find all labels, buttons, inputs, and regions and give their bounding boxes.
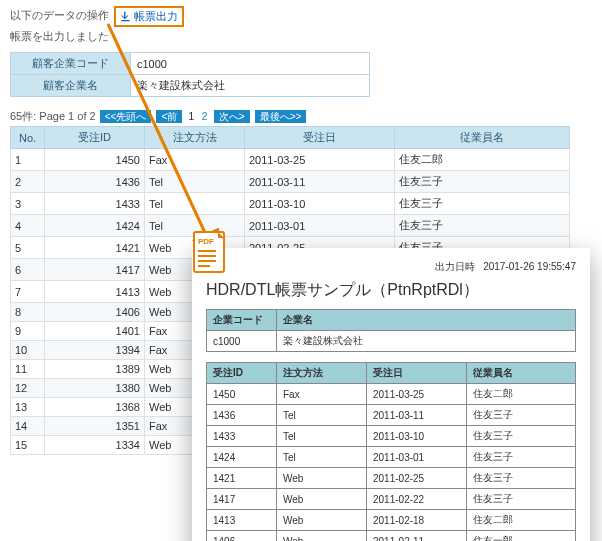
table-row[interactable]: 31433Tel2011-03-10住友三子 (11, 193, 570, 215)
table-row: 1424Tel2011-03-01住友三子 (207, 447, 576, 468)
pager-next[interactable]: 次へ> (214, 110, 250, 123)
pager-last[interactable]: 最後へ>> (255, 110, 307, 123)
cell-no: 7 (11, 281, 45, 303)
pager-first[interactable]: <<先頭へ (100, 110, 152, 123)
col-emp: 従業員名 (395, 127, 570, 149)
cell-id: 1436 (45, 171, 145, 193)
filter-code-label: 顧客企業コード (11, 53, 131, 75)
cell-method: Tel (277, 426, 367, 447)
col-date: 受注日 (245, 127, 395, 149)
cell-emp: 住友三子 (395, 193, 570, 215)
filter-code-value: c1000 (131, 53, 370, 75)
cell-emp: 住友三子 (467, 447, 576, 468)
cell-no: 10 (11, 341, 45, 360)
cell-id: 1424 (207, 447, 277, 468)
cell-id: 1334 (45, 436, 145, 455)
table-row[interactable]: 41424Tel2011-03-01住友三子 (11, 215, 570, 237)
pdf-datetime: 出力日時 2017-01-26 19:55:47 (206, 260, 576, 274)
table-row: 1406Web2011-02-11住友一郎 (207, 531, 576, 542)
pager-page-1[interactable]: 1 (188, 110, 194, 122)
cell-id: 1421 (207, 468, 277, 489)
cell-date: 2011-03-01 (245, 215, 395, 237)
cell-date: 2011-03-10 (245, 193, 395, 215)
cell-id: 1436 (207, 405, 277, 426)
cell-method: Tel (277, 405, 367, 426)
cell-method: Web (277, 468, 367, 489)
cell-method: Web (277, 489, 367, 510)
col-id: 受注ID (45, 127, 145, 149)
filter-name-value: 楽々建設株式会社 (131, 75, 370, 97)
cell-method: Fax (145, 149, 245, 171)
cell-no: 1 (11, 149, 45, 171)
cell-no: 11 (11, 360, 45, 379)
cell-id: 1433 (207, 426, 277, 447)
cell-method: Web (277, 531, 367, 542)
pdf-col-id: 受注ID (207, 363, 277, 384)
cell-date: 2011-02-22 (367, 489, 467, 510)
pdf-dt-label: 出力日時 (435, 261, 475, 272)
cell-id: 1394 (45, 341, 145, 360)
cell-id: 1368 (45, 398, 145, 417)
cell-id: 1424 (45, 215, 145, 237)
svg-text:PDF: PDF (198, 237, 214, 246)
svg-rect-4 (198, 255, 216, 257)
cell-date: 2011-03-11 (245, 171, 395, 193)
pdf-icon: PDF (190, 230, 230, 274)
pdf-col-method: 注文方法 (277, 363, 367, 384)
cell-no: 14 (11, 417, 45, 436)
cell-emp: 住友三子 (467, 405, 576, 426)
cell-id: 1406 (45, 303, 145, 322)
filter-name-label: 顧客企業名 (11, 75, 131, 97)
cell-no: 5 (11, 237, 45, 259)
cell-date: 2011-03-10 (367, 426, 467, 447)
pager-page-2[interactable]: 2 (202, 110, 208, 122)
cell-method: Tel (145, 193, 245, 215)
table-row[interactable]: 21436Tel2011-03-11住友三子 (11, 171, 570, 193)
cell-emp: 住友一郎 (467, 531, 576, 542)
cell-emp: 住友三子 (395, 215, 570, 237)
cell-date: 2011-03-25 (245, 149, 395, 171)
table-row: 1417Web2011-02-22住友三子 (207, 489, 576, 510)
cell-id: 1417 (45, 259, 145, 281)
cell-id: 1433 (45, 193, 145, 215)
pager-count: 65件: Page 1 of 2 (10, 110, 96, 122)
svg-rect-5 (198, 260, 216, 262)
pdf-title: HDR/DTL帳票サンプル（PtnRptRDl） (206, 280, 576, 301)
cell-emp: 住友三子 (467, 489, 576, 510)
cell-no: 12 (11, 379, 45, 398)
cell-emp: 住友二郎 (467, 384, 576, 405)
pdf-dt-value: 2017-01-26 19:55:47 (483, 261, 576, 272)
cell-date: 2011-03-01 (367, 447, 467, 468)
status-message: 帳票を出力しました (10, 29, 592, 44)
download-icon (120, 11, 131, 22)
pdf-col-emp: 従業員名 (467, 363, 576, 384)
cell-no: 2 (11, 171, 45, 193)
cell-no: 6 (11, 259, 45, 281)
cell-id: 1406 (207, 531, 277, 542)
table-row: 1436Tel2011-03-11住友三子 (207, 405, 576, 426)
output-button[interactable]: 帳票出力 (120, 9, 178, 24)
cell-emp: 住友二郎 (395, 149, 570, 171)
table-row: 1433Tel2011-03-10住友三子 (207, 426, 576, 447)
cell-no: 15 (11, 436, 45, 455)
cell-method: Web (277, 510, 367, 531)
pdf-col-date: 受注日 (367, 363, 467, 384)
col-method: 注文方法 (145, 127, 245, 149)
cell-emp: 住友三子 (467, 468, 576, 489)
pager-prev[interactable]: <前 (156, 110, 182, 123)
output-label: 帳票出力 (134, 9, 178, 24)
pdf-orders-table: 受注ID 注文方法 受注日 従業員名 1450Fax2011-03-25住友二郎… (206, 362, 576, 541)
filter-table: 顧客企業コード c1000 顧客企業名 楽々建設株式会社 (10, 52, 370, 97)
cell-id: 1389 (45, 360, 145, 379)
table-row[interactable]: 11450Fax2011-03-25住友二郎 (11, 149, 570, 171)
cell-id: 1421 (45, 237, 145, 259)
cell-id: 1417 (207, 489, 277, 510)
cell-method: Fax (277, 384, 367, 405)
top-prefix: 以下のデータの操作 (10, 9, 109, 21)
cell-id: 1450 (45, 149, 145, 171)
pdf-name-label: 企業名 (277, 310, 576, 331)
pager: 65件: Page 1 of 2 <<先頭へ <前 1 2 次へ> 最後へ>> (10, 109, 592, 124)
cell-no: 3 (11, 193, 45, 215)
cell-id: 1450 (207, 384, 277, 405)
pdf-name-value: 楽々建設株式会社 (277, 331, 576, 352)
